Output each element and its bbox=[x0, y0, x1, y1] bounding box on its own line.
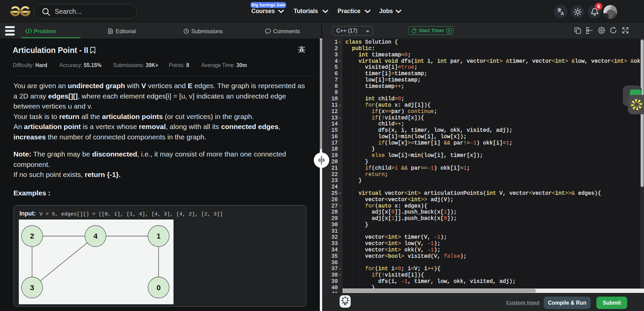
svg-text:2: 2 bbox=[30, 232, 34, 240]
svg-text:4: 4 bbox=[93, 232, 98, 240]
svg-text:3: 3 bbox=[30, 284, 34, 292]
svg-text:A: A bbox=[561, 11, 564, 16]
svg-text:0: 0 bbox=[156, 284, 160, 292]
svg-text:1: 1 bbox=[156, 232, 160, 240]
